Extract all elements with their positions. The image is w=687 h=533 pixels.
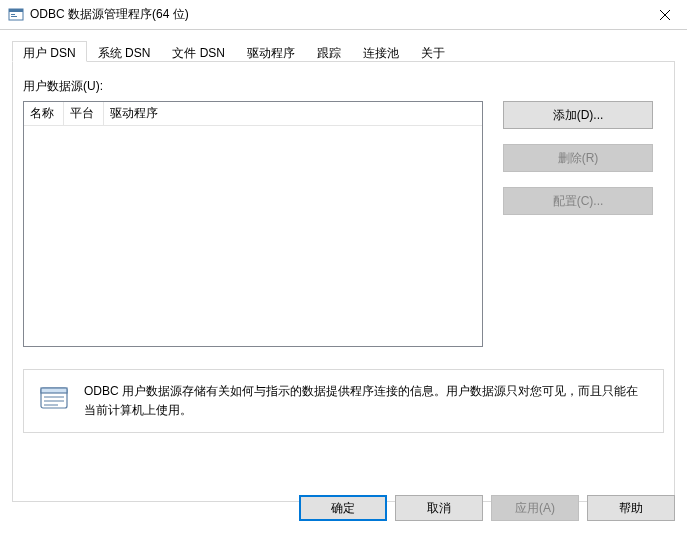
tab-file-dsn[interactable]: 文件 DSN — [161, 41, 236, 62]
list-header: 名称 平台 驱动程序 — [24, 102, 482, 126]
remove-button: 删除(R) — [503, 144, 653, 172]
tab-panel: 用户数据源(U): 名称 平台 驱动程序 添加(D)... 删除(R) 配置(C… — [12, 62, 675, 502]
cancel-button[interactable]: 取消 — [395, 495, 483, 521]
dialog-content: 用户 DSN 系统 DSN 文件 DSN 驱动程序 跟踪 连接池 关于 用户数据… — [0, 30, 687, 502]
svg-rect-3 — [11, 16, 17, 17]
apply-button: 应用(A) — [491, 495, 579, 521]
close-icon — [660, 10, 670, 20]
tab-pooling[interactable]: 连接池 — [352, 41, 410, 62]
tab-system-dsn[interactable]: 系统 DSN — [87, 41, 162, 62]
info-box: ODBC 用户数据源存储有关如何与指示的数据提供程序连接的信息。用户数据源只对您… — [23, 369, 664, 433]
info-icon — [38, 382, 70, 417]
data-source-list[interactable]: 名称 平台 驱动程序 — [23, 101, 483, 347]
tab-user-dsn[interactable]: 用户 DSN — [12, 41, 87, 62]
list-label: 用户数据源(U): — [23, 78, 664, 95]
tab-about[interactable]: 关于 — [410, 41, 456, 62]
svg-rect-2 — [11, 14, 15, 15]
ok-button[interactable]: 确定 — [299, 495, 387, 521]
info-text: ODBC 用户数据源存储有关如何与指示的数据提供程序连接的信息。用户数据源只对您… — [84, 382, 649, 420]
main-row: 名称 平台 驱动程序 添加(D)... 删除(R) 配置(C)... — [23, 101, 664, 347]
help-button[interactable]: 帮助 — [587, 495, 675, 521]
side-buttons: 添加(D)... 删除(R) 配置(C)... — [503, 101, 653, 347]
tab-tracing[interactable]: 跟踪 — [306, 41, 352, 62]
column-platform[interactable]: 平台 — [64, 102, 104, 126]
window-title: ODBC 数据源管理程序(64 位) — [30, 6, 642, 23]
configure-button: 配置(C)... — [503, 187, 653, 215]
column-driver[interactable]: 驱动程序 — [104, 102, 482, 126]
tab-drivers[interactable]: 驱动程序 — [236, 41, 306, 62]
column-name[interactable]: 名称 — [24, 102, 64, 126]
svg-rect-1 — [9, 9, 23, 12]
dialog-footer: 确定 取消 应用(A) 帮助 — [0, 485, 687, 533]
app-icon — [8, 7, 24, 23]
add-button[interactable]: 添加(D)... — [503, 101, 653, 129]
svg-rect-7 — [41, 388, 67, 393]
title-bar: ODBC 数据源管理程序(64 位) — [0, 0, 687, 30]
close-button[interactable] — [642, 0, 687, 30]
tab-strip: 用户 DSN 系统 DSN 文件 DSN 驱动程序 跟踪 连接池 关于 — [12, 40, 675, 62]
